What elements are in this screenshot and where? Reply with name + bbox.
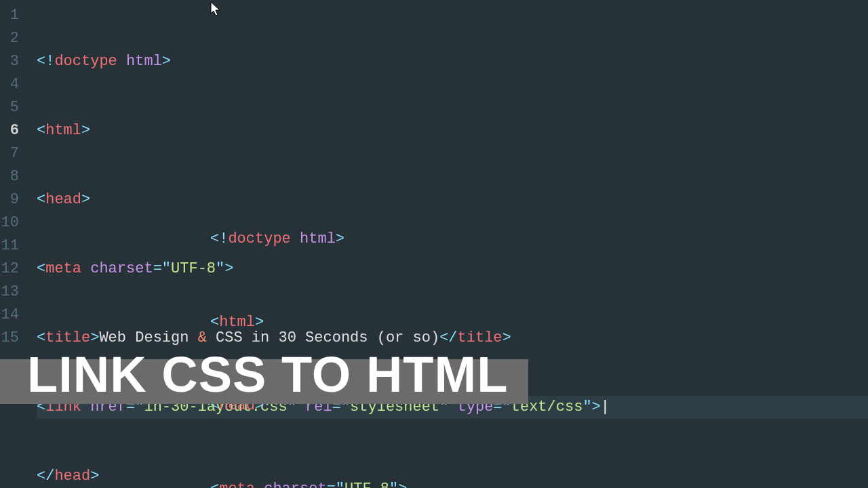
line-number: 7 — [0, 142, 19, 165]
code-line[interactable]: <html> — [37, 119, 868, 142]
banner-text: LINK CSS TO HTML — [27, 346, 508, 403]
video-title-banner: LINK CSS TO HTML — [0, 359, 528, 404]
code-line[interactable]: <head> — [37, 188, 868, 211]
line-number: 13 — [0, 281, 19, 304]
line-number-active: 6 — [0, 119, 19, 142]
line-number: 5 — [0, 96, 19, 119]
code-editor[interactable]: 1 2 3 4 5 6 7 8 9 10 11 12 13 14 15 <!do… — [0, 0, 868, 488]
line-number-gutter: 1 2 3 4 5 6 7 8 9 10 11 12 13 14 15 — [0, 0, 27, 488]
code-line[interactable]: <!doctype html> — [37, 50, 868, 73]
code-line[interactable]: <meta charset="UTF-8"> — [37, 258, 868, 281]
line-number: 4 — [0, 73, 19, 96]
line-number: 12 — [0, 258, 19, 281]
line-number: 10 — [0, 211, 19, 235]
line-number: 14 — [0, 304, 19, 327]
line-number: 8 — [0, 165, 19, 188]
line-number: 9 — [0, 188, 19, 211]
line-number: 11 — [0, 235, 19, 258]
code-line[interactable]: </head> — [37, 465, 868, 488]
line-number: 3 — [0, 50, 19, 73]
code-area[interactable]: <!doctype html> <html> <head> <meta char… — [27, 0, 868, 488]
line-number: 1 — [0, 4, 19, 27]
line-number: 2 — [0, 27, 19, 50]
line-number: 15 — [0, 327, 19, 350]
